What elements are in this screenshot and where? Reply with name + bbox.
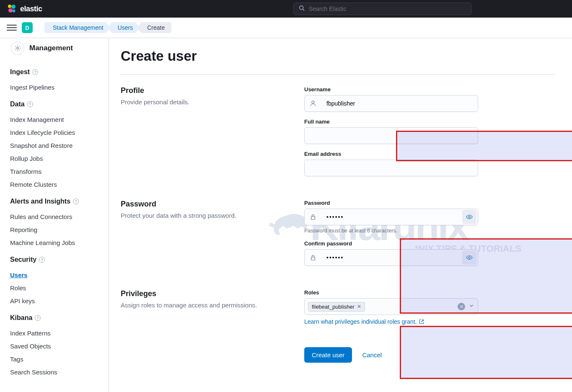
username-input[interactable] <box>321 95 478 111</box>
sidebar-item[interactable]: Remote Clusters <box>10 178 98 191</box>
password-desc: Protect your data with a strong password… <box>121 212 287 219</box>
space-badge[interactable]: D <box>22 22 33 33</box>
section-profile: Profile Provide personal details. Userna… <box>121 86 555 183</box>
password-input-wrap[interactable] <box>304 209 478 225</box>
sidebar-item[interactable]: Ingest Pipelines <box>10 81 98 94</box>
username-input-wrap[interactable] <box>304 95 478 112</box>
username-label: Username <box>304 86 478 93</box>
svg-line-5 <box>303 9 305 11</box>
sidebar-item[interactable]: Transforms <box>10 165 98 178</box>
section-privileges: Privileges Assign roles to manage access… <box>121 289 555 332</box>
create-user-button[interactable]: Create user <box>304 347 352 363</box>
menu-toggle-icon[interactable] <box>7 23 17 33</box>
sidebar-group-title: Kibana? <box>10 314 98 322</box>
topbar: elastic <box>0 0 572 18</box>
gear-icon <box>11 41 24 55</box>
profile-heading: Profile <box>121 86 287 95</box>
sidebar-header: Management <box>0 38 109 62</box>
search-input[interactable] <box>309 5 466 12</box>
sidebar-item[interactable]: Index Management <box>10 113 98 126</box>
sidebar-item[interactable]: API keys <box>10 294 98 307</box>
breadcrumb-stack-management[interactable]: Stack Management <box>44 22 110 33</box>
global-search[interactable] <box>293 3 471 15</box>
section-password: Password Protect your data with a strong… <box>121 200 555 273</box>
actions-row: Create user Cancel <box>121 340 555 363</box>
external-link-icon <box>419 319 424 324</box>
help-icon[interactable]: ? <box>73 199 79 204</box>
chevron-down-icon[interactable] <box>468 303 474 310</box>
roles-combobox[interactable]: filebeat_publisher ✕ ✕ <box>304 298 478 315</box>
password-label: Password <box>304 200 478 206</box>
fullname-input-wrap[interactable] <box>304 127 478 144</box>
elastic-logo-icon <box>7 4 17 14</box>
sidebar-group: Alerts and Insights?Rules and Connectors… <box>0 191 109 249</box>
email-label: Email address <box>304 151 478 157</box>
sidebar-item[interactable]: Users <box>10 268 98 281</box>
sidebar-item[interactable]: Snapshot and Restore <box>10 139 98 152</box>
confirm-input-wrap[interactable] <box>304 249 478 266</box>
sidebar-group: Kibana?Index PatternsSaved ObjectsTagsSe… <box>0 307 109 379</box>
remove-role-icon[interactable]: ✕ <box>357 304 361 309</box>
svg-point-2 <box>8 8 13 13</box>
sidebar-item[interactable]: Machine Learning Jobs <box>10 236 98 249</box>
cancel-button[interactable]: Cancel <box>362 351 382 358</box>
svg-point-4 <box>300 6 303 10</box>
svg-point-3 <box>13 10 16 13</box>
breadcrumb: Stack Management Users Create <box>44 22 171 33</box>
lock-icon <box>305 254 321 261</box>
clear-roles-icon[interactable]: ✕ <box>458 303 465 310</box>
svg-rect-8 <box>311 217 315 219</box>
sidebar: Management Ingest?Ingest PipelinesData?I… <box>0 38 109 392</box>
role-chip[interactable]: filebeat_publisher ✕ <box>308 302 365 312</box>
help-icon[interactable]: ? <box>39 257 45 263</box>
email-input-wrap[interactable] <box>304 160 478 176</box>
sidebar-group-title: Alerts and Insights? <box>10 198 98 205</box>
navbar: D Stack Management Users Create <box>0 18 572 38</box>
help-icon[interactable]: ? <box>35 315 41 321</box>
privileges-heading: Privileges <box>121 289 287 298</box>
sidebar-group: Security?UsersRolesAPI keys <box>0 249 109 307</box>
svg-point-0 <box>8 5 11 8</box>
profile-desc: Provide personal details. <box>121 98 287 106</box>
svg-rect-10 <box>311 257 315 260</box>
sidebar-item[interactable]: Rules and Connectors <box>10 210 98 223</box>
divider <box>121 74 555 75</box>
confirm-label: Confirm password <box>304 240 478 247</box>
role-chip-label: filebeat_publisher <box>312 304 355 310</box>
confirm-input[interactable] <box>321 250 462 266</box>
password-heading: Password <box>121 200 287 209</box>
password-input[interactable] <box>321 209 462 225</box>
svg-point-7 <box>312 101 314 103</box>
sidebar-item[interactable]: Rollup Jobs <box>10 152 98 165</box>
fullname-label: Full name <box>304 119 478 125</box>
fullname-input[interactable] <box>305 128 478 144</box>
help-icon[interactable]: ? <box>32 69 38 75</box>
sidebar-group: Data?Index ManagementIndex Lifecycle Pol… <box>0 94 109 191</box>
roles-help-link[interactable]: Learn what privileges individual roles g… <box>304 318 424 325</box>
svg-point-9 <box>468 216 470 218</box>
lock-icon <box>305 214 321 220</box>
email-input[interactable] <box>305 160 478 176</box>
breadcrumb-users[interactable]: Users <box>108 22 140 33</box>
sidebar-item[interactable]: Index Lifecycle Policies <box>10 126 98 139</box>
sidebar-group-title: Security? <box>10 256 98 263</box>
brand-logo[interactable]: elastic <box>7 4 42 14</box>
help-icon[interactable]: ? <box>27 101 33 107</box>
page-title: Create user <box>121 48 555 64</box>
sidebar-item[interactable]: Tags <box>10 353 98 366</box>
breadcrumb-create: Create <box>137 22 171 33</box>
brand-name: elastic <box>20 5 42 13</box>
show-password-button[interactable] <box>462 210 476 224</box>
roles-label: Roles <box>304 289 478 296</box>
sidebar-item[interactable]: Saved Objects <box>10 340 98 353</box>
sidebar-group-title: Ingest? <box>10 68 98 76</box>
svg-point-6 <box>17 47 18 49</box>
sidebar-item[interactable]: Roles <box>10 281 98 294</box>
sidebar-item[interactable]: Reporting <box>10 223 98 236</box>
sidebar-item[interactable]: Index Patterns <box>10 327 98 340</box>
sidebar-title: Management <box>29 44 73 52</box>
sidebar-item[interactable]: Search Sessions <box>10 366 98 379</box>
password-hint: Password must be at least 6 characters. <box>304 228 478 234</box>
sidebar-group-title: Data? <box>10 101 98 108</box>
show-confirm-button[interactable] <box>462 250 476 265</box>
